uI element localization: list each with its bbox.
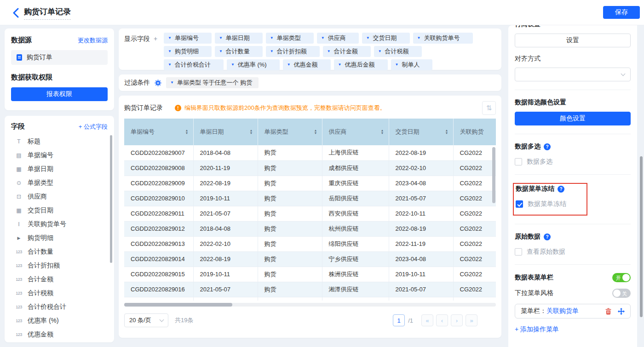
display-field-chip[interactable]: ▼优惠率 (%) <box>227 59 280 70</box>
sidebar-field-item[interactable]: ⊙单据类型 <box>11 176 108 190</box>
column-header[interactable]: 关联购货▲▼ <box>453 119 496 145</box>
add-action-menu-link[interactable]: + 添加操作菜单 <box>515 325 631 334</box>
trash-icon[interactable] <box>605 308 611 315</box>
display-field-chip[interactable]: ▼交货日期 <box>362 33 410 44</box>
menu-freeze-checkbox[interactable] <box>516 200 523 208</box>
menu-bar-item-name[interactable]: 关联购货单 <box>546 307 579 315</box>
display-field-chip[interactable]: ▼供应商 <box>317 33 359 44</box>
next-page-button[interactable]: › <box>451 314 463 326</box>
report-permission-button[interactable]: 报表权限 <box>11 87 108 101</box>
toggle-on-label: 开 <box>616 275 621 282</box>
display-field-chip[interactable]: ▼合计折扣额 <box>266 46 320 57</box>
column-header[interactable]: 单据类型▲▼ <box>258 119 322 145</box>
table-menu-toggle[interactable]: 开 <box>612 273 631 282</box>
first-page-button[interactable]: « <box>421 314 433 326</box>
table-horizontal-scrollbar[interactable] <box>124 303 232 307</box>
column-header[interactable]: 单据日期▲▼ <box>193 119 258 145</box>
page-size-value: 20 条/页 <box>129 316 151 324</box>
help-icon[interactable]: ? <box>544 143 551 150</box>
help-icon[interactable]: ? <box>544 233 551 240</box>
table-cell: 2020-11-19 <box>193 160 258 176</box>
sidebar-field-item[interactable]: ▦单据日期 <box>11 162 108 176</box>
move-icon[interactable] <box>618 308 625 315</box>
back-icon[interactable] <box>12 8 21 18</box>
help-icon[interactable]: ? <box>558 186 564 193</box>
sort-icon[interactable]: ▲▼ <box>250 129 253 135</box>
sidebar-field-item[interactable]: ⊡供应商 <box>11 190 108 204</box>
change-datasource-link[interactable]: 更改数据源 <box>78 36 108 45</box>
calendar-icon: ▦ <box>15 207 23 214</box>
title-icon: T <box>15 138 23 145</box>
sidebar-field-item[interactable]: Ⅰ关联购货单号 <box>11 217 108 231</box>
display-field-chip[interactable]: ▼合计价税合计 <box>164 59 224 70</box>
color-settings-button[interactable]: 颜色设置 <box>515 112 631 125</box>
datasource-item[interactable]: 购货订单 <box>11 50 108 65</box>
multi-select-checkbox[interactable] <box>515 158 522 165</box>
sort-icon[interactable]: ▲▼ <box>185 129 189 135</box>
table-row[interactable]: CGDD202208290132022-02-10购货绵阳供应链2022-11-… <box>124 236 496 251</box>
display-field-chip[interactable]: ▼制单人 <box>391 59 433 70</box>
display-field-chip[interactable]: ▼购货明细 <box>164 46 212 57</box>
dropdown-style-toggle[interactable]: 关 <box>612 289 631 298</box>
sidebar-field-item[interactable]: ▶购货明细 <box>11 231 108 245</box>
settings-button[interactable]: 设置 <box>515 34 631 47</box>
column-header[interactable]: 供应商▲▼ <box>322 119 389 145</box>
prev-page-button[interactable]: ‹ <box>436 314 448 326</box>
sidebar-field-item[interactable]: 123合计折扣额 <box>11 259 108 273</box>
table-vertical-scrollbar[interactable] <box>492 147 495 203</box>
sidebar-field-item[interactable]: 123优惠金额 <box>11 328 108 341</box>
display-field-chip[interactable]: ▼合计金额 <box>323 46 371 57</box>
sort-order-button[interactable]: ⇅ <box>482 101 496 115</box>
table-cell: CG2022 <box>453 236 496 251</box>
table-cell: CGDD20220829011 <box>124 206 193 221</box>
gear-icon[interactable] <box>155 80 161 86</box>
table-row[interactable]: CGDD202208290112021-05-07购货西安供应链2022-10-… <box>124 206 496 221</box>
sort-icon[interactable]: ▲▼ <box>381 129 384 135</box>
table-row[interactable]: CGDD202208290102019-10-11购货岳阳供应链2021-05-… <box>124 191 496 206</box>
display-field-chip[interactable]: ▼单据编号 <box>164 33 212 44</box>
align-select[interactable] <box>515 68 631 81</box>
table-row[interactable]: CGDD202208290072018-04-08购货上海供应链2022-08-… <box>124 145 496 160</box>
display-field-chip[interactable]: ▼合计数量 <box>215 46 263 57</box>
display-field-chip[interactable]: ▼关联购货单号 <box>413 33 473 44</box>
table-row[interactable]: CGDD202208290152019-10-11购货株洲供应链2019-10-… <box>124 267 496 282</box>
display-field-chip[interactable]: ▼单据类型 <box>266 33 314 44</box>
sidebar-field-item[interactable]: ▦交货日期 <box>11 204 108 217</box>
raw-data-checkbox[interactable] <box>515 248 522 256</box>
page-scrollbar[interactable] <box>640 156 643 317</box>
display-field-chip[interactable]: ▼优惠后金额 <box>334 59 388 70</box>
table-row[interactable]: CGDD202208290122018-04-08购货杭州供应链2022-08-… <box>124 221 496 236</box>
table-row[interactable]: CGDD202208290162021-05-07购货湘潭供应链2021-05-… <box>124 282 496 297</box>
chevron-down-icon: ▼ <box>231 63 235 67</box>
sidebar-field-item[interactable]: T标题 <box>11 135 108 148</box>
filter-condition-chip[interactable]: ▼ 单据类型 等于任意一个 购货 <box>166 77 259 88</box>
add-display-field-button[interactable]: + <box>154 35 157 66</box>
display-field-chip[interactable]: ▼合计税额 <box>374 46 422 57</box>
sidebar-field-item[interactable]: 123优惠率 (%) <box>11 314 108 328</box>
add-formula-field-link[interactable]: + 公式字段 <box>79 123 108 131</box>
table-row[interactable]: CGDD202208290142022-08-19购货宁乡供应链2023-04-… <box>124 251 496 267</box>
table-row[interactable] <box>124 297 496 301</box>
display-field-chip[interactable]: ▼优惠金额 <box>283 59 331 70</box>
current-page-box[interactable]: 1 <box>393 314 405 326</box>
table-row[interactable]: CGDD202208290092022-08-19购货重庆供应链2023-04-… <box>124 176 496 191</box>
table-row[interactable]: CGDD202208290082020-11-19购货成都供应链2022-02-… <box>124 160 496 176</box>
page-size-select[interactable]: 20 条/页 <box>124 313 168 327</box>
sidebar-field-item[interactable]: 123合计金额 <box>11 273 108 286</box>
fields-scrollbar[interactable] <box>110 135 112 263</box>
sidebar-field-item[interactable]: ▤单据编号 <box>11 148 108 162</box>
sidebar-field-item[interactable]: 123合计税额 <box>11 286 108 300</box>
last-page-button[interactable]: » <box>466 314 477 326</box>
save-button[interactable]: 保存 <box>603 6 640 19</box>
sort-icon[interactable]: ▲▼ <box>314 129 317 135</box>
column-header-content: 交货日期▲▼ <box>396 128 448 136</box>
calendar-icon: ▦ <box>15 166 23 172</box>
table-cell: 株洲供应链 <box>322 267 389 282</box>
radio-icon: ⊙ <box>15 180 23 186</box>
sort-icon[interactable]: ▲▼ <box>445 129 448 135</box>
sidebar-field-item[interactable]: 123合计数量 <box>11 245 108 259</box>
display-field-chip[interactable]: ▼单据日期 <box>215 33 263 44</box>
column-header[interactable]: 单据编号▲▼ <box>124 119 193 145</box>
column-header[interactable]: 交货日期▲▼ <box>389 119 453 145</box>
sidebar-field-item[interactable]: 123合计价税合计 <box>11 300 108 314</box>
